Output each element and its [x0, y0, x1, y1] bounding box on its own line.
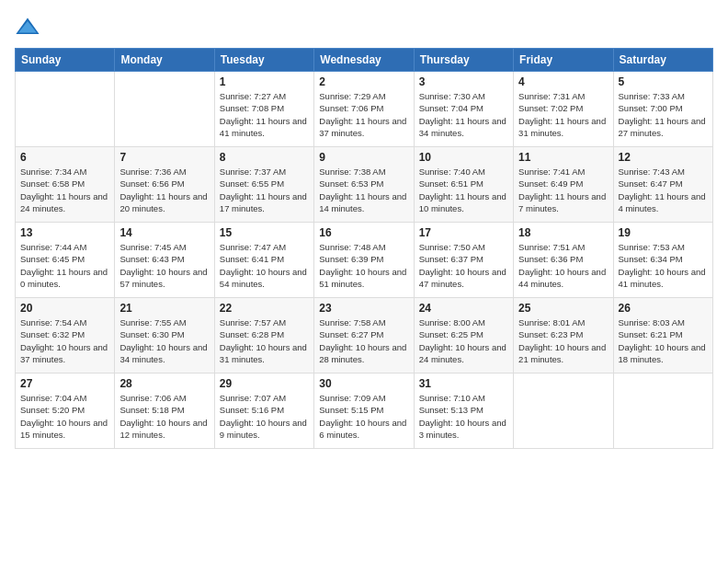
day-info: Sunrise: 7:50 AM Sunset: 6:37 PM Dayligh…	[419, 241, 508, 290]
calendar-cell: 14Sunrise: 7:45 AM Sunset: 6:43 PM Dayli…	[115, 223, 214, 298]
day-info: Sunrise: 7:27 AM Sunset: 7:08 PM Dayligh…	[220, 90, 309, 139]
day-info: Sunrise: 8:00 AM Sunset: 6:25 PM Dayligh…	[419, 316, 508, 365]
calendar-cell: 21Sunrise: 7:55 AM Sunset: 6:30 PM Dayli…	[115, 298, 214, 373]
day-info: Sunrise: 7:47 AM Sunset: 6:41 PM Dayligh…	[220, 241, 309, 290]
day-number: 31	[419, 377, 508, 390]
day-info: Sunrise: 7:38 AM Sunset: 6:53 PM Dayligh…	[319, 166, 408, 214]
day-number: 19	[619, 226, 708, 239]
calendar-cell	[16, 72, 115, 147]
weekday-header-friday: Friday	[514, 49, 613, 72]
day-number: 22	[220, 302, 309, 315]
day-info: Sunrise: 7:30 AM Sunset: 7:04 PM Dayligh…	[419, 90, 508, 139]
calendar-cell: 10Sunrise: 7:40 AM Sunset: 6:51 PM Dayli…	[414, 147, 513, 223]
logo	[15, 15, 44, 40]
calendar-week-5: 27Sunrise: 7:04 AM Sunset: 5:20 PM Dayli…	[16, 373, 713, 449]
day-number: 18	[518, 226, 608, 239]
day-number: 28	[119, 377, 209, 390]
day-number: 16	[319, 226, 408, 239]
day-info: Sunrise: 7:31 AM Sunset: 7:02 PM Dayligh…	[518, 90, 608, 139]
calendar-cell: 9Sunrise: 7:38 AM Sunset: 6:53 PM Daylig…	[314, 147, 414, 223]
day-number: 2	[319, 75, 408, 88]
day-info: Sunrise: 7:57 AM Sunset: 6:28 PM Dayligh…	[220, 316, 309, 365]
calendar-week-4: 20Sunrise: 7:54 AM Sunset: 6:32 PM Dayli…	[16, 298, 713, 373]
calendar-cell: 28Sunrise: 7:06 AM Sunset: 5:18 PM Dayli…	[115, 373, 214, 449]
logo-icon	[15, 15, 40, 40]
calendar-cell: 27Sunrise: 7:04 AM Sunset: 5:20 PM Dayli…	[16, 373, 115, 449]
day-info: Sunrise: 7:48 AM Sunset: 6:39 PM Dayligh…	[319, 241, 408, 290]
day-number: 20	[20, 302, 109, 315]
day-number: 17	[419, 226, 508, 239]
day-number: 26	[619, 302, 708, 315]
day-info: Sunrise: 7:37 AM Sunset: 6:55 PM Dayligh…	[220, 166, 309, 214]
calendar-cell: 11Sunrise: 7:41 AM Sunset: 6:49 PM Dayli…	[514, 147, 613, 223]
day-number: 6	[20, 151, 109, 164]
day-info: Sunrise: 8:01 AM Sunset: 6:23 PM Dayligh…	[518, 316, 608, 365]
day-info: Sunrise: 7:53 AM Sunset: 6:34 PM Dayligh…	[619, 241, 708, 290]
day-info: Sunrise: 7:07 AM Sunset: 5:16 PM Dayligh…	[220, 392, 309, 441]
weekday-header-wednesday: Wednesday	[314, 49, 414, 72]
day-info: Sunrise: 7:41 AM Sunset: 6:49 PM Dayligh…	[518, 166, 608, 214]
day-info: Sunrise: 7:34 AM Sunset: 6:58 PM Dayligh…	[20, 166, 109, 214]
calendar-cell: 1Sunrise: 7:27 AM Sunset: 7:08 PM Daylig…	[214, 72, 313, 147]
calendar-cell: 12Sunrise: 7:43 AM Sunset: 6:47 PM Dayli…	[613, 147, 712, 223]
day-info: Sunrise: 7:43 AM Sunset: 6:47 PM Dayligh…	[619, 166, 708, 214]
calendar-cell: 23Sunrise: 7:58 AM Sunset: 6:27 PM Dayli…	[314, 298, 414, 373]
day-number: 14	[119, 226, 209, 239]
day-number: 25	[518, 302, 608, 315]
day-info: Sunrise: 7:36 AM Sunset: 6:56 PM Dayligh…	[119, 166, 209, 214]
day-info: Sunrise: 7:09 AM Sunset: 5:15 PM Dayligh…	[319, 392, 408, 441]
day-info: Sunrise: 7:58 AM Sunset: 6:27 PM Dayligh…	[319, 316, 408, 365]
calendar-cell	[514, 373, 613, 449]
day-number: 30	[319, 377, 408, 390]
day-info: Sunrise: 7:06 AM Sunset: 5:18 PM Dayligh…	[119, 392, 209, 441]
day-info: Sunrise: 7:40 AM Sunset: 6:51 PM Dayligh…	[419, 166, 508, 214]
day-info: Sunrise: 7:44 AM Sunset: 6:45 PM Dayligh…	[20, 241, 109, 290]
day-number: 29	[220, 377, 309, 390]
calendar-cell	[115, 72, 214, 147]
calendar-cell	[613, 373, 712, 449]
weekday-header-row: SundayMondayTuesdayWednesdayThursdayFrid…	[16, 49, 713, 72]
weekday-header-sunday: Sunday	[16, 49, 115, 72]
day-number: 3	[419, 75, 508, 88]
day-number: 4	[518, 75, 608, 88]
day-number: 7	[119, 151, 209, 164]
calendar-cell: 8Sunrise: 7:37 AM Sunset: 6:55 PM Daylig…	[214, 147, 313, 223]
day-info: Sunrise: 7:04 AM Sunset: 5:20 PM Dayligh…	[20, 392, 109, 441]
calendar-cell: 4Sunrise: 7:31 AM Sunset: 7:02 PM Daylig…	[514, 72, 613, 147]
calendar-cell: 7Sunrise: 7:36 AM Sunset: 6:56 PM Daylig…	[115, 147, 214, 223]
weekday-header-tuesday: Tuesday	[214, 49, 313, 72]
day-number: 11	[518, 151, 608, 164]
weekday-header-thursday: Thursday	[414, 49, 513, 72]
weekday-header-saturday: Saturday	[613, 49, 712, 72]
day-info: Sunrise: 7:54 AM Sunset: 6:32 PM Dayligh…	[20, 316, 109, 365]
calendar-cell: 2Sunrise: 7:29 AM Sunset: 7:06 PM Daylig…	[314, 72, 414, 147]
calendar-week-1: 1Sunrise: 7:27 AM Sunset: 7:08 PM Daylig…	[16, 72, 713, 147]
day-number: 15	[220, 226, 309, 239]
day-number: 1	[220, 75, 309, 88]
calendar-cell: 16Sunrise: 7:48 AM Sunset: 6:39 PM Dayli…	[314, 223, 414, 298]
calendar-cell: 19Sunrise: 7:53 AM Sunset: 6:34 PM Dayli…	[613, 223, 712, 298]
calendar-cell: 29Sunrise: 7:07 AM Sunset: 5:16 PM Dayli…	[214, 373, 313, 449]
day-number: 23	[319, 302, 408, 315]
calendar-cell: 5Sunrise: 7:33 AM Sunset: 7:00 PM Daylig…	[613, 72, 712, 147]
calendar-cell: 17Sunrise: 7:50 AM Sunset: 6:37 PM Dayli…	[414, 223, 513, 298]
day-number: 5	[619, 75, 708, 88]
calendar-cell: 6Sunrise: 7:34 AM Sunset: 6:58 PM Daylig…	[16, 147, 115, 223]
day-number: 13	[20, 226, 109, 239]
day-info: Sunrise: 8:03 AM Sunset: 6:21 PM Dayligh…	[619, 316, 708, 365]
day-number: 27	[20, 377, 109, 390]
calendar-cell: 18Sunrise: 7:51 AM Sunset: 6:36 PM Dayli…	[514, 223, 613, 298]
calendar-cell: 26Sunrise: 8:03 AM Sunset: 6:21 PM Dayli…	[613, 298, 712, 373]
calendar-cell: 3Sunrise: 7:30 AM Sunset: 7:04 PM Daylig…	[414, 72, 513, 147]
calendar-cell: 13Sunrise: 7:44 AM Sunset: 6:45 PM Dayli…	[16, 223, 115, 298]
day-number: 10	[419, 151, 508, 164]
day-number: 21	[119, 302, 209, 315]
calendar-cell: 31Sunrise: 7:10 AM Sunset: 5:13 PM Dayli…	[414, 373, 513, 449]
day-number: 12	[619, 151, 708, 164]
day-info: Sunrise: 7:45 AM Sunset: 6:43 PM Dayligh…	[119, 241, 209, 290]
day-number: 24	[419, 302, 508, 315]
weekday-header-monday: Monday	[115, 49, 214, 72]
calendar-cell: 20Sunrise: 7:54 AM Sunset: 6:32 PM Dayli…	[16, 298, 115, 373]
day-info: Sunrise: 7:10 AM Sunset: 5:13 PM Dayligh…	[419, 392, 508, 441]
header	[15, 15, 713, 40]
